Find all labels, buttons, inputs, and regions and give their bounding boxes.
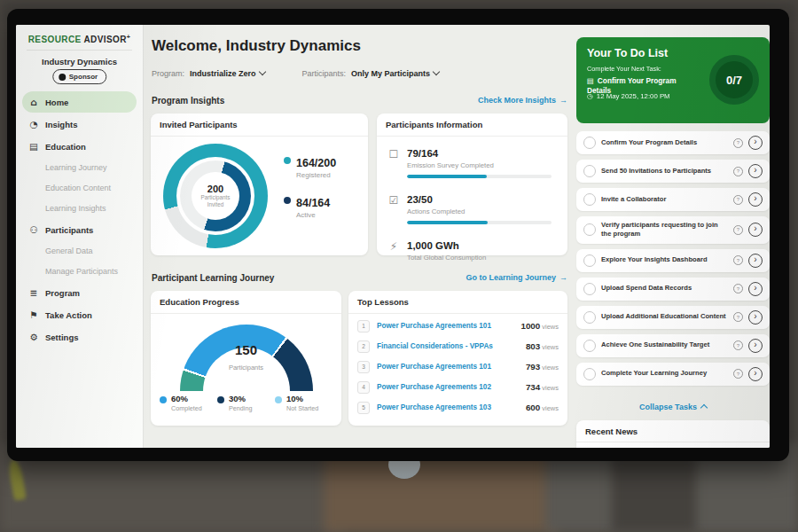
progress-bar <box>407 221 552 224</box>
invited-participants-card: Invited Participants 200 Participants In… <box>151 113 368 255</box>
program-filter-select[interactable]: Industrialize Zero <box>190 69 267 78</box>
recent-news-title: Recent News <box>576 420 770 442</box>
program-filter-label: Program: <box>152 69 184 78</box>
sidebar-item[interactable]: Learning Insights <box>22 199 137 218</box>
gauge-center-value: 150 <box>151 342 341 357</box>
todo-item: Upload Additional Educational Content <box>576 306 770 329</box>
stat-value: 23/50 <box>407 194 433 205</box>
lesson-row: 4 Power Purchase Agreements 102 734views <box>348 377 567 397</box>
sidebar-item[interactable]: ⚙ Settings <box>22 326 137 348</box>
todo-label: Upload Additional Educational Content <box>601 312 728 321</box>
chevron-right-icon[interactable] <box>748 136 763 150</box>
help-icon[interactable] <box>733 255 743 265</box>
take-action-icon: ⚑ <box>28 309 39 320</box>
chevron-right-icon[interactable] <box>748 223 763 237</box>
legend-value: 164/200 <box>296 157 336 169</box>
education-progress-card: Education Progress 150 Participants 60% … <box>151 291 341 426</box>
sidebar-item-label: General Data <box>45 246 93 255</box>
lesson-views: 600 <box>526 403 540 412</box>
legend-label: Pending <box>229 404 252 412</box>
todo-subtitle: Complete Your Next Task: <box>587 65 661 73</box>
legend-label: Completed <box>171 404 202 412</box>
lesson-row: 3 Power Purchase Agreements 101 793views <box>348 356 567 377</box>
sidebar-item[interactable]: General Data <box>22 241 137 261</box>
legend-label: Registered <box>296 171 336 179</box>
todo-checkbox[interactable] <box>583 311 596 324</box>
help-icon[interactable] <box>733 138 743 148</box>
chevron-right-icon[interactable] <box>748 164 763 178</box>
todo-checkbox[interactable] <box>583 165 596 177</box>
stat-row: ⚡ 1,000 GWh Total Global Consumption <box>377 229 567 275</box>
lesson-views-suffix: views <box>542 404 559 412</box>
sidebar-item[interactable]: ⚇ Participants <box>22 219 137 240</box>
todo-label: Verify participants requesting to join t… <box>601 221 728 239</box>
todo-item: Upload Spend Data Records <box>576 278 770 301</box>
dashboard-screen: RESOURCE ADVISOR+ Industry Dynamics Spon… <box>16 25 770 448</box>
sidebar-item[interactable]: ◔ Insights <box>22 113 137 135</box>
sidebar-item[interactable]: Education Content <box>22 178 137 198</box>
todo-item: Confirm Your Program Details <box>576 131 770 154</box>
help-icon[interactable] <box>733 225 743 235</box>
stat-value: 79/164 <box>407 148 438 159</box>
sidebar-item[interactable]: ⚑ Take Action <box>22 304 137 325</box>
sidebar-item-label: Manage Participants <box>45 267 118 276</box>
chevron-right-icon[interactable] <box>748 310 763 325</box>
sponsor-badge[interactable]: Sponsor <box>52 69 106 84</box>
program-insights-title: Program Insights <box>152 96 224 106</box>
todo-due-date: ◷12 May 2025, 12:00 PM <box>587 92 670 100</box>
lesson-views: 734 <box>526 382 540 392</box>
sidebar-item[interactable]: ⌂ Home <box>22 91 137 113</box>
chevron-right-icon[interactable] <box>748 367 763 381</box>
check-more-insights-link[interactable]: Check More Insights <box>434 96 567 105</box>
help-icon[interactable] <box>733 195 743 205</box>
lesson-link[interactable]: Financial Considerations - VPPAs <box>377 342 519 350</box>
lesson-link[interactable]: Power Purchase Agreements 103 <box>377 403 519 411</box>
chevron-right-icon[interactable] <box>748 339 763 353</box>
todo-checkbox[interactable] <box>583 193 596 206</box>
todo-checkbox[interactable] <box>583 254 596 267</box>
help-icon[interactable] <box>733 284 743 293</box>
participants-filter-select[interactable]: Only My Participants <box>351 69 441 78</box>
filter-bar: Program: Industrialize Zero Participants… <box>152 69 441 78</box>
home-icon: ⌂ <box>28 97 39 107</box>
education-icon: ▤ <box>28 141 39 152</box>
sidebar-item[interactable]: Learning Journey <box>22 158 137 177</box>
lesson-row: 2 Financial Considerations - VPPAs 803vi… <box>348 336 567 356</box>
sidebar-item[interactable]: ▤ Education <box>22 136 137 157</box>
donut-legend: 164/200 Registered 84/164 Active <box>284 154 336 219</box>
chevron-right-icon[interactable] <box>748 192 763 207</box>
sidebar-item[interactable]: Manage Participants <box>22 262 137 281</box>
org-name: Industry Dynamics <box>16 57 143 66</box>
program-icon: ≡ <box>28 287 39 298</box>
chevron-right-icon[interactable] <box>748 282 763 296</box>
help-icon[interactable] <box>733 312 743 322</box>
todo-checkbox[interactable] <box>583 283 596 295</box>
lesson-row: 5 Power Purchase Agreements 103 600views <box>348 397 567 418</box>
background-window-shadow <box>612 457 696 532</box>
legend-value: 10% <box>286 394 318 403</box>
help-icon[interactable] <box>733 167 743 176</box>
todo-item: Invite a Collaborator <box>576 188 770 211</box>
sidebar: RESOURCE ADVISOR+ Industry Dynamics Spon… <box>16 25 144 448</box>
legend-dot <box>275 396 282 403</box>
todo-checkbox[interactable] <box>583 137 596 149</box>
todo-list: Confirm Your Program Details Send 50 Inv… <box>576 131 770 386</box>
todo-checkbox[interactable] <box>583 340 596 352</box>
todo-checkbox[interactable] <box>583 223 596 236</box>
monitor-bezel: RESOURCE ADVISOR+ Industry Dynamics Spon… <box>7 9 789 461</box>
help-icon[interactable] <box>733 340 743 350</box>
lesson-link[interactable]: Power Purchase Agreements 101 <box>377 322 513 330</box>
sidebar-item[interactable]: ≡ Program <box>22 282 137 303</box>
todo-label: Upload Spend Data Records <box>601 284 728 293</box>
sidebar-item-label: Education <box>45 142 86 152</box>
chevron-right-icon[interactable] <box>748 254 763 268</box>
collapse-tasks-link[interactable]: Collapse Tasks <box>576 403 770 411</box>
todo-checkbox[interactable] <box>583 368 596 380</box>
help-icon[interactable] <box>733 369 743 379</box>
lesson-link[interactable]: Power Purchase Agreements 101 <box>377 363 519 371</box>
todo-label: Confirm Your Program Details <box>601 138 728 147</box>
todo-item: Verify participants requesting to join t… <box>576 216 770 244</box>
lesson-link[interactable]: Power Purchase Agreements 102 <box>377 383 519 391</box>
go-to-learning-journey-link[interactable]: Go to Learning Journey <box>426 273 567 282</box>
page-title: Welcome, Industry Dynamics <box>152 37 361 55</box>
